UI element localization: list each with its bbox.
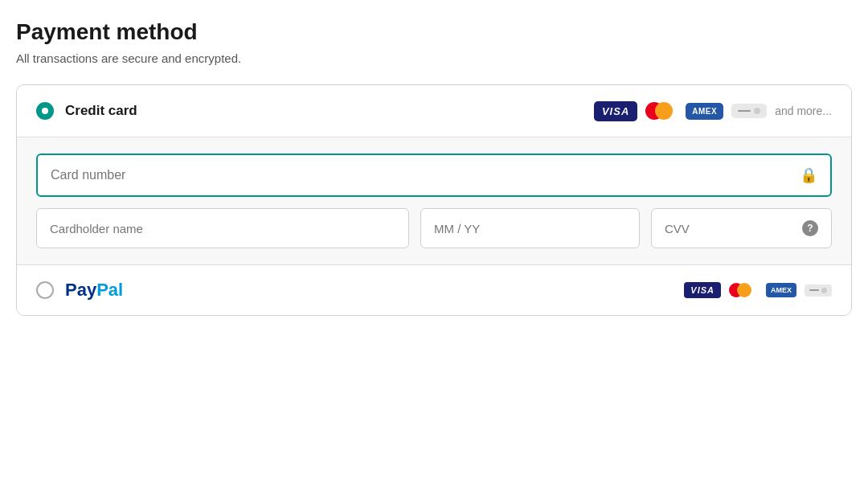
amex-icon: AMEX <box>686 103 723 120</box>
paypal-pay-text: Pay <box>65 280 96 300</box>
payment-container: Credit card VISA AMEX and more... 🔒 <box>16 84 852 316</box>
cardholder-field[interactable] <box>36 208 409 248</box>
expiry-field[interactable] <box>420 208 640 248</box>
credit-card-radio[interactable] <box>36 102 54 120</box>
paypal-logo: PayPal <box>65 280 123 301</box>
expiry-input[interactable] <box>434 222 626 235</box>
cvv-field[interactable]: ? <box>651 208 832 248</box>
mastercard-icon <box>645 100 678 122</box>
card-form-section: 🔒 ? <box>17 137 851 265</box>
paypal-discover-icon <box>805 284 832 297</box>
credit-card-icons: VISA AMEX and more... <box>594 100 832 122</box>
card-number-input[interactable] <box>51 168 800 182</box>
paypal-card-icons: VISA AMEX <box>684 280 832 300</box>
page-title: Payment method <box>16 19 852 45</box>
paypal-pal-text: Pal <box>96 280 123 300</box>
cardholder-input[interactable] <box>50 222 395 235</box>
paypal-visa-icon: VISA <box>684 282 721 298</box>
page-subtitle: All transactions are secure and encrypte… <box>16 51 852 65</box>
credit-card-section-header[interactable]: Credit card VISA AMEX and more... <box>17 85 851 137</box>
card-number-field[interactable]: 🔒 <box>36 153 832 197</box>
paypal-radio[interactable] <box>36 281 54 299</box>
cvv-help-icon[interactable]: ? <box>802 220 818 236</box>
cvv-input[interactable] <box>665 222 796 235</box>
and-more-text: and more... <box>775 104 832 117</box>
card-form-row: ? <box>36 208 832 248</box>
paypal-section-header[interactable]: PayPal VISA AMEX <box>17 265 851 315</box>
discover-icon <box>731 104 767 118</box>
paypal-amex-icon: AMEX <box>766 283 796 297</box>
paypal-mastercard-icon <box>729 280 758 300</box>
visa-icon: VISA <box>594 101 637 121</box>
credit-card-label: Credit card <box>65 103 594 119</box>
lock-icon: 🔒 <box>800 166 817 184</box>
